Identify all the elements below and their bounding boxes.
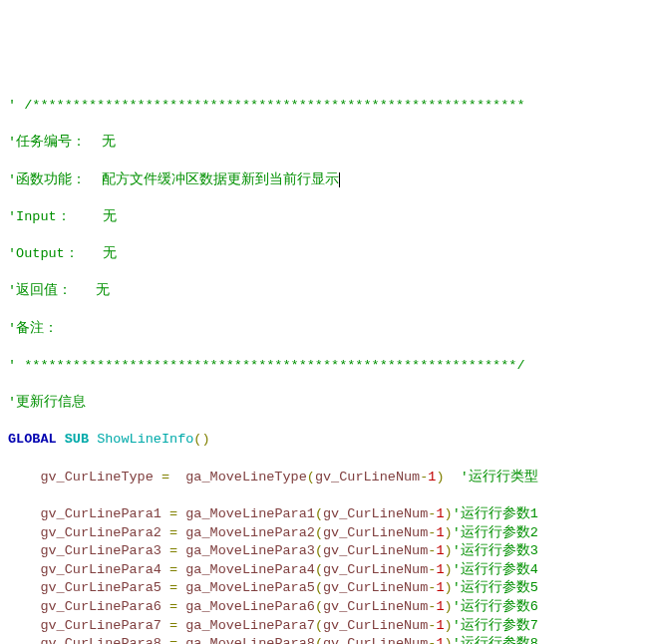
assign-line: gv_CurLinePara3 = ga_MoveLinePara3(gv_Cu… [8,542,640,561]
comment-line: 'Input： 无 [8,208,640,227]
comment-line: '更新行信息 [8,394,640,413]
code-editor[interactable]: ' /*************************************… [8,79,640,645]
comment-sep: ' /*************************************… [8,97,640,116]
assign-line: gv_CurLineType = ga_MoveLineType(gv_CurL… [8,469,640,487]
assign-line: gv_CurLinePara4 = ga_MoveLinePara4(gv_Cu… [8,561,640,580]
text-cursor [339,172,340,187]
comment-line: '任务编号： 无 [8,134,640,153]
comment-sep: ' **************************************… [8,357,640,376]
assign-line: gv_CurLinePara7 = ga_MoveLinePara7(gv_Cu… [8,617,640,636]
assign-line: gv_CurLinePara2 = ga_MoveLinePara2(gv_Cu… [8,524,640,543]
comment-line: '函数功能： 配方文件缓冲区数据更新到当前行显示 [8,171,640,190]
comment-line: '备注： [8,320,640,339]
comment-line: '返回值： 无 [8,282,640,301]
sub-def: GLOBAL SUB ShowLineInfo() [8,431,640,450]
comment-line: 'Output： 无 [8,245,640,264]
assign-line: gv_CurLinePara5 = ga_MoveLinePara5(gv_Cu… [8,579,640,598]
assign-line: gv_CurLinePara8 = ga_MoveLinePara8(gv_Cu… [8,635,640,644]
assign-line: gv_CurLinePara1 = ga_MoveLinePara1(gv_Cu… [8,505,640,524]
assign-line: gv_CurLinePara6 = ga_MoveLinePara6(gv_Cu… [8,598,640,617]
